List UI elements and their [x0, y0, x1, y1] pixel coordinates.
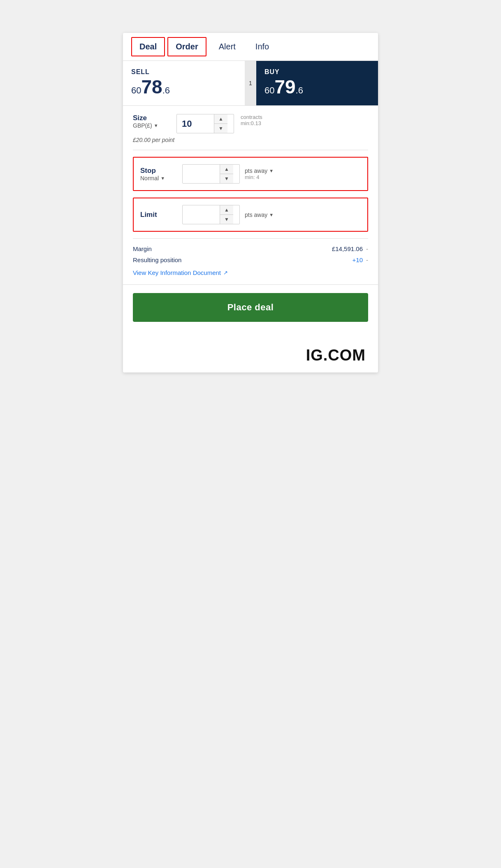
margin-value: £14,591.06 -	[332, 245, 368, 252]
margin-row: Margin £14,591.06 -	[133, 245, 368, 252]
currency-chevron-icon: ▼	[154, 123, 158, 128]
limit-decrement-button[interactable]: ▼	[220, 215, 233, 224]
tab-info[interactable]: Info	[248, 33, 276, 61]
stop-type-dropdown[interactable]: Normal ▼	[140, 175, 177, 182]
limit-label: Limit	[140, 211, 177, 219]
tab-bar: Deal Order Alert Info	[123, 33, 378, 61]
buy-price-suffix: .6	[296, 85, 303, 95]
size-label-block: Size GBP(£) ▼	[133, 114, 170, 129]
sell-price: 6078.6	[131, 76, 237, 98]
tab-alert[interactable]: Alert	[211, 33, 243, 61]
sell-price-main: 78	[141, 76, 162, 98]
tab-deal[interactable]: Deal	[131, 37, 165, 56]
form-body: Size GBP(£) ▼ ▲ ▼ contracts min:0.13 £20…	[123, 106, 378, 284]
size-label: Size	[133, 114, 170, 122]
stop-input[interactable]	[183, 166, 220, 182]
kid-link[interactable]: View Key Information Document ↗︎	[133, 269, 368, 276]
external-link-icon: ↗︎	[223, 270, 228, 276]
resulting-position-dash[interactable]: -	[366, 256, 368, 263]
info-section: Margin £14,591.06 - Resulting position +…	[133, 238, 368, 276]
size-row: Size GBP(£) ▼ ▲ ▼ contracts min:0.13	[133, 114, 368, 133]
resulting-position-value: +10 -	[353, 256, 368, 263]
stop-label: Stop	[140, 167, 177, 175]
tab-order[interactable]: Order	[167, 37, 206, 56]
size-meta: contracts min:0.13	[241, 114, 262, 126]
buy-button[interactable]: BUY 6079.6	[256, 61, 378, 105]
margin-label: Margin	[133, 245, 152, 252]
size-increment-button[interactable]: ▲	[214, 114, 227, 124]
limit-increment-button[interactable]: ▲	[220, 205, 233, 215]
place-deal-button[interactable]: Place deal	[133, 293, 368, 322]
resulting-position-label: Resulting position	[133, 256, 181, 263]
stop-decrement-button[interactable]: ▼	[220, 174, 233, 183]
logo-row: IG.COM	[123, 330, 378, 372]
buy-price: 6079.6	[264, 76, 370, 98]
limit-stepper: ▲ ▼	[220, 205, 233, 224]
size-input[interactable]	[177, 115, 214, 133]
size-stepper: ▲ ▼	[214, 114, 227, 133]
resulting-position-row: Resulting position +10 -	[133, 256, 368, 263]
sell-button[interactable]: SELL 6078.6	[123, 61, 245, 105]
buy-label: BUY	[264, 68, 370, 76]
limit-row: Limit ▲ ▼ pts away ▼	[133, 198, 368, 232]
buy-price-main: 79	[274, 76, 295, 98]
stop-pts-chevron-icon: ▼	[269, 168, 274, 173]
size-input-wrap: ▲ ▼	[176, 114, 234, 133]
price-row: SELL 6078.6 1 BUY 6079.6	[123, 61, 378, 106]
stop-label-block: Stop Normal ▼	[140, 167, 177, 182]
stop-row: Stop Normal ▼ ▲ ▼ pts away ▼ min: 4	[133, 157, 368, 191]
sell-label: SELL	[131, 68, 237, 76]
stop-pts-dropdown[interactable]: pts away ▼	[245, 168, 274, 174]
sell-price-prefix: 60	[131, 85, 141, 95]
ig-logo: IG.COM	[306, 347, 366, 364]
stop-input-wrap: ▲ ▼	[182, 164, 240, 184]
per-point-label: £20.00 per point	[133, 137, 368, 143]
size-currency-dropdown[interactable]: GBP(£) ▼	[133, 122, 170, 129]
divider-1	[133, 150, 368, 150]
size-min: min:0.13	[241, 120, 262, 126]
margin-dash[interactable]: -	[366, 245, 368, 252]
limit-pts-dropdown[interactable]: pts away ▼	[245, 212, 274, 218]
stop-min: min: 4	[245, 174, 274, 180]
limit-input[interactable]	[183, 207, 220, 222]
sell-price-suffix: .6	[162, 85, 170, 95]
buy-price-prefix: 60	[264, 85, 274, 95]
size-decrement-button[interactable]: ▼	[214, 124, 227, 133]
limit-pts-chevron-icon: ▼	[269, 212, 274, 217]
size-unit: contracts	[241, 114, 262, 120]
limit-input-wrap: ▲ ▼	[182, 205, 240, 224]
spread-value: 1	[245, 61, 256, 105]
stop-meta: pts away ▼ min: 4	[245, 168, 274, 180]
stop-type-chevron-icon: ▼	[160, 176, 165, 181]
place-deal-section: Place deal	[123, 284, 378, 330]
stop-stepper: ▲ ▼	[220, 165, 233, 183]
stop-increment-button[interactable]: ▲	[220, 165, 233, 174]
